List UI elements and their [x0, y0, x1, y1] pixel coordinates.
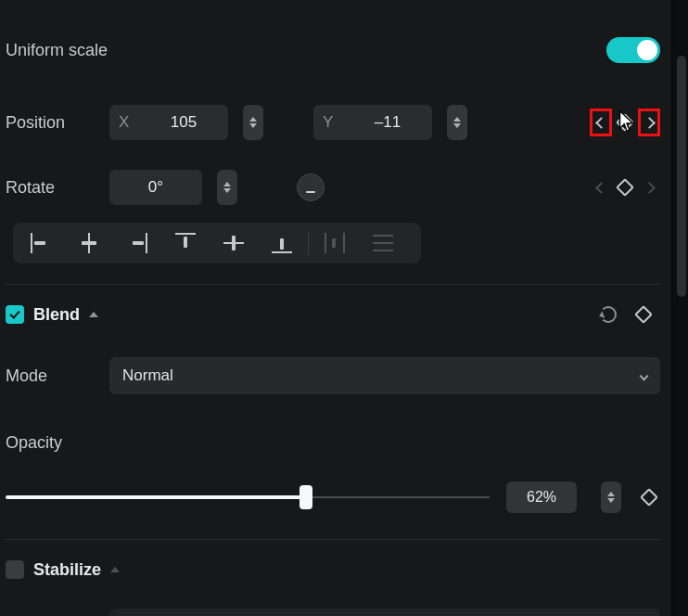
- distribute-v-button[interactable]: [359, 226, 407, 260]
- align-left-button[interactable]: [17, 226, 65, 260]
- axis-x-label: X: [119, 113, 139, 132]
- reset-icon: [600, 306, 617, 323]
- next-keyframe-button[interactable]: [638, 109, 660, 136]
- position-y-stepper[interactable]: [447, 105, 467, 140]
- position-x-value: 105: [139, 113, 228, 132]
- rotate-keyframe-diamond[interactable]: [614, 174, 636, 200]
- axis-y-label: Y: [323, 113, 343, 132]
- scrollbar-thumb[interactable]: [677, 56, 686, 297]
- blend-mode-value: Normal: [122, 366, 173, 385]
- align-right-button[interactable]: [113, 226, 161, 260]
- rotate-label: Rotate: [6, 178, 102, 198]
- rotate-next-keyframe[interactable]: [638, 174, 660, 200]
- opacity-slider[interactable]: [6, 486, 490, 508]
- rotate-value: 0°: [109, 178, 202, 197]
- align-top-button[interactable]: [161, 226, 210, 260]
- opacity-value[interactable]: 62%: [506, 481, 577, 513]
- scrollbar-track[interactable]: [671, 0, 688, 616]
- rotate-stepper[interactable]: [217, 170, 237, 205]
- position-y-input[interactable]: Y –11: [313, 105, 432, 140]
- align-bottom-button[interactable]: [258, 226, 306, 260]
- position-x-stepper[interactable]: [243, 105, 263, 140]
- stabilize-title: Stabilize: [33, 560, 101, 580]
- position-x-input[interactable]: X 105: [109, 105, 228, 140]
- blend-checkbox[interactable]: [6, 305, 24, 324]
- blend-keyframe-diamond[interactable]: [632, 302, 655, 327]
- position-label: Position: [6, 113, 102, 133]
- blend-title: Blend: [33, 305, 80, 325]
- alignment-toolbar: [13, 223, 421, 263]
- stabilize-level-dropdown: Recommended: [109, 609, 660, 616]
- rotate-input[interactable]: 0°: [109, 170, 202, 205]
- prev-keyframe-button[interactable]: [590, 109, 612, 136]
- blend-mode-dropdown[interactable]: Normal: [109, 357, 660, 394]
- stabilize-collapse-icon[interactable]: [110, 567, 120, 572]
- chevron-down-icon: [640, 371, 649, 380]
- keyframe-diamond-button[interactable]: [614, 109, 636, 135]
- stabilize-checkbox[interactable]: [6, 560, 24, 579]
- rotate-dial-button[interactable]: [297, 173, 325, 201]
- blend-reset-button[interactable]: [593, 302, 623, 327]
- opacity-keyframe-diamond[interactable]: [638, 484, 660, 510]
- position-y-value: –11: [343, 113, 432, 132]
- uniform-scale-toggle[interactable]: [606, 37, 660, 63]
- align-center-h-button[interactable]: [65, 226, 113, 260]
- uniform-scale-label: Uniform scale: [6, 41, 108, 60]
- opacity-stepper[interactable]: [601, 481, 621, 513]
- blend-collapse-icon[interactable]: [89, 312, 98, 317]
- distribute-h-button[interactable]: [311, 226, 359, 260]
- align-center-v-button[interactable]: [210, 226, 258, 260]
- rotate-prev-keyframe[interactable]: [590, 174, 612, 200]
- opacity-label: Opacity: [6, 433, 62, 453]
- mode-label: Mode: [6, 366, 102, 386]
